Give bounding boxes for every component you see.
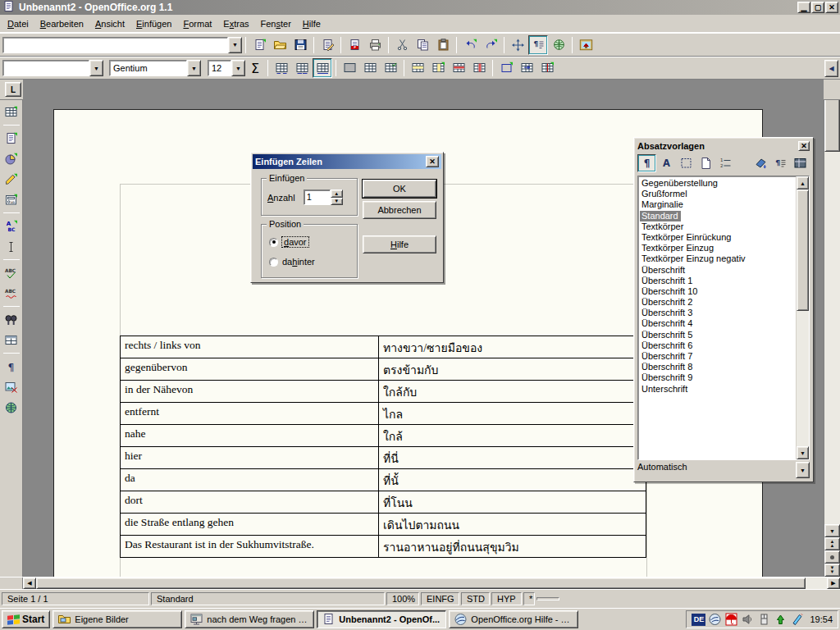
scroll-down-icon[interactable]: ▼	[824, 524, 840, 537]
table-row[interactable]: hierที่นี่	[121, 447, 646, 469]
table-cell-german[interactable]: Das Restaurant ist in der Sukhumvitstraß…	[121, 536, 379, 557]
style-list-item[interactable]: Überschrift 5	[640, 330, 796, 340]
style-list-item[interactable]: Überschrift 10	[640, 286, 796, 297]
table-row[interactable]: naheใกล้	[121, 425, 646, 447]
frame-styles-icon[interactable]	[677, 154, 696, 172]
vocabulary-table[interactable]: rechts / links vonทางขวา/ซายมือของgegenü…	[120, 336, 646, 558]
dialog-close-button[interactable]: ✕	[426, 156, 439, 167]
auto-spellcheck-icon[interactable]: ABC	[1, 283, 21, 304]
anzahl-spinner[interactable]: 1 ▲ ▼	[304, 189, 343, 205]
menu-ansicht[interactable]: Ansicht	[89, 16, 130, 31]
paragraph-styles-icon[interactable]: ¶	[637, 154, 656, 172]
scroll-left-icon[interactable]: ◀	[23, 578, 36, 589]
table-cell-thai[interactable]: รานอาหานอยู่ที่ถนนสุขุมวิม	[379, 536, 646, 557]
merge-cells-icon[interactable]	[517, 58, 536, 78]
quickstarter-icon[interactable]	[708, 613, 722, 626]
save-icon[interactable]	[290, 35, 310, 55]
close-button[interactable]: ✕	[825, 2, 838, 13]
status-cell-1[interactable]: Standard	[151, 592, 385, 605]
background-color-icon[interactable]	[340, 58, 359, 78]
insert-fields-icon[interactable]	[1, 128, 21, 148]
insert-frame-icon[interactable]	[496, 58, 516, 78]
status-cell-6[interactable]: *	[523, 592, 535, 605]
style-list-item[interactable]: Grußformel	[640, 189, 796, 199]
chevron-down-icon[interactable]: ▼	[231, 60, 245, 76]
task-button[interactable]: Unbenannt2 - OpenOf...	[317, 610, 446, 628]
anzahl-value[interactable]: 1	[304, 189, 331, 205]
style-listbox[interactable]: GegenüberstellungGrußformelMarginalieSta…	[637, 176, 810, 460]
table-row[interactable]: die Straße entlang gehenเดินไปตามถนน	[121, 514, 646, 536]
radio-davor[interactable]	[269, 238, 278, 247]
menu-bearbeiten[interactable]: Bearbeiten	[34, 16, 89, 31]
keyboard-layout-indicator[interactable]: DE	[692, 614, 705, 626]
table-cell-german[interactable]: die Straße entlang gehen	[121, 514, 379, 535]
delete-row-icon[interactable]	[449, 58, 468, 78]
spin-down-icon[interactable]: ▼	[331, 198, 343, 206]
optimal-column-width-icon[interactable]	[272, 58, 291, 78]
cancel-button[interactable]: Abbrechen	[363, 201, 436, 219]
status-cell-2[interactable]: 100%	[386, 592, 419, 605]
status-cell-4[interactable]: STD	[461, 592, 490, 605]
maximize-button[interactable]: ▢	[811, 2, 824, 13]
redo-icon[interactable]	[481, 35, 500, 55]
optimal-row-height-icon[interactable]	[292, 58, 312, 78]
menu-einfügen[interactable]: Einfügen	[130, 16, 177, 31]
table-cell-thai[interactable]: ทางขวา/ซายมือของ	[379, 336, 646, 358]
chevron-down-icon[interactable]: ▼	[228, 37, 242, 53]
table-cell-german[interactable]: da	[121, 469, 379, 491]
edit-file-icon[interactable]	[317, 35, 337, 55]
paste-icon[interactable]	[433, 35, 453, 55]
chevron-down-icon[interactable]: ▼	[187, 60, 201, 76]
start-button[interactable]: Start	[2, 610, 50, 628]
menu-extras[interactable]: Extras	[217, 16, 254, 31]
numbering-styles-icon[interactable]: 12	[716, 154, 735, 172]
table-cell-thai[interactable]: เดินไปตามถนน	[379, 514, 646, 535]
table-cell-german[interactable]: entfernt	[121, 403, 379, 424]
page-styles-icon[interactable]	[696, 154, 715, 172]
scroll-up-icon[interactable]: ▲	[797, 176, 809, 189]
style-list-item[interactable]: Textkörper Einzug negativ	[640, 253, 796, 264]
sum-button[interactable]: Σ	[246, 61, 264, 76]
new-style-from-selection-icon[interactable]: ¶	[771, 154, 790, 172]
table-row[interactable]: dortที่โนน	[121, 491, 646, 514]
table-cell-german[interactable]: nahe	[121, 425, 379, 446]
stylist-scrollbar[interactable]: ▲ ▼	[796, 176, 809, 459]
optimize-table-icon[interactable]	[313, 58, 332, 78]
navigation-dot-button[interactable]	[824, 550, 840, 564]
table-cell-german[interactable]: rechts / links von	[121, 336, 379, 358]
font-name-combobox[interactable]: Gentium ▼	[109, 60, 201, 76]
style-list-item[interactable]: Überschrift 6	[640, 340, 796, 351]
style-list-item[interactable]: Textkörper Einrückung	[640, 232, 796, 243]
hyperlink-icon[interactable]	[549, 35, 568, 55]
stylist-title-bar[interactable]: Absatzvorlagen ✕	[636, 139, 811, 153]
help-button[interactable]: Hilfe	[363, 235, 436, 253]
paragraph-styles-panel[interactable]: Absatzvorlagen ✕ ¶A12¶ Gegenüberstellung…	[633, 137, 814, 482]
menu-hilfe[interactable]: Hilfe	[297, 16, 326, 31]
print-icon[interactable]	[365, 35, 385, 55]
spin-up-icon[interactable]: ▲	[331, 189, 343, 198]
style-list-item[interactable]: Unterschrift	[640, 384, 796, 395]
horizontal-scrollbar[interactable]	[36, 578, 827, 589]
insert-row-icon[interactable]	[408, 58, 427, 78]
url-combobox[interactable]: ▼	[2, 37, 242, 53]
character-styles-icon[interactable]: A	[657, 154, 676, 172]
vertical-scroll-thumb[interactable]	[824, 93, 840, 152]
style-list-item[interactable]: Textkörper	[640, 221, 796, 232]
menu-datei[interactable]: Datei	[2, 16, 34, 31]
font-size-combobox[interactable]: 12 ▼	[208, 60, 245, 76]
style-list-item[interactable]: Überschrift	[640, 265, 796, 276]
dialog-title-bar[interactable]: Einfügen Zeilen ✕	[253, 154, 441, 169]
open-icon[interactable]	[270, 35, 290, 55]
task-button[interactable]: nach dem Weg fragen 2....	[185, 610, 314, 628]
style-list-item[interactable]: Überschrift 1	[640, 276, 796, 286]
tablet-icon[interactable]	[790, 613, 804, 626]
table-cell-thai[interactable]: ตรงข้ามกับ	[379, 358, 646, 380]
radio-davor-label[interactable]: davor	[282, 237, 308, 247]
table-cell-german[interactable]: in der Nähevon	[121, 381, 379, 402]
stylist-scroll-thumb[interactable]	[797, 189, 809, 311]
cut-icon[interactable]	[392, 35, 412, 55]
vertical-scrollbar[interactable]: ▲ ▼ ▲▲ ▼▼	[824, 80, 840, 577]
style-list-item[interactable]: Gegenüberstellung	[640, 178, 796, 189]
autotext-icon[interactable]: ABC	[1, 216, 21, 236]
style-list-item[interactable]: Überschrift 8	[640, 362, 796, 372]
